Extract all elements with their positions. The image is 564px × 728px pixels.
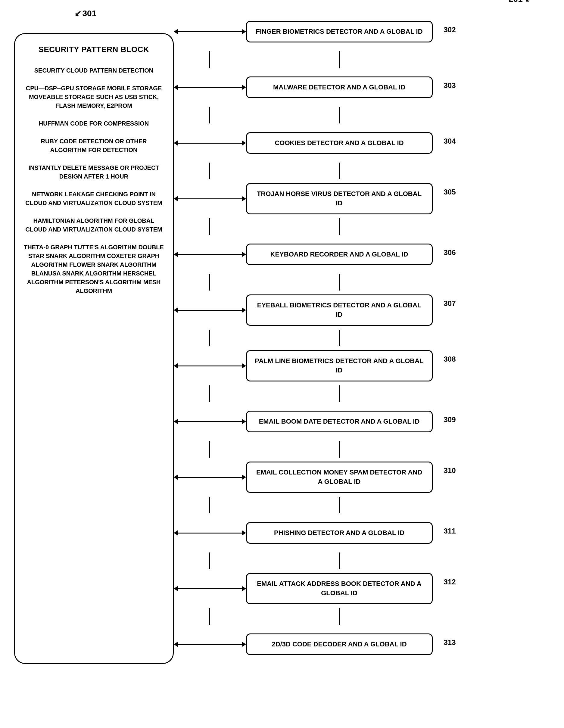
arrow-line-302 — [178, 31, 242, 32]
detector-box-308: PALM LINE BIOMETRICS DETECTOR AND A GLOB… — [246, 350, 433, 381]
arrow-left-307 — [174, 307, 178, 313]
detector-num-302: 302 — [444, 25, 456, 35]
det-block-311: PHISHING DETECTOR AND A GLOBAL ID311 — [246, 513, 433, 569]
det-block-308: PALM LINE BIOMETRICS DETECTOR AND A GLOB… — [246, 346, 433, 402]
det-block-303: MALWARE DETECTOR AND A GLOBAL ID303 — [246, 68, 433, 123]
vline-306 — [209, 274, 210, 291]
arrow-row-312 — [174, 569, 246, 608]
vline-303 — [209, 107, 210, 123]
mid-block-303 — [174, 68, 246, 123]
detector-box-303: MALWARE DETECTOR AND A GLOBAL ID303 — [246, 76, 433, 98]
arrow-line-310 — [178, 477, 242, 478]
arrow-line-303 — [178, 87, 242, 88]
mid-block-312 — [174, 569, 246, 625]
vline-307 — [209, 330, 210, 346]
arrow-left-311 — [174, 530, 178, 536]
vline-312 — [209, 608, 210, 625]
detector-num-308: 308 — [444, 354, 456, 364]
detector-box-310: EMAIL COLLECTION MONEY SPAM DETECTOR AND… — [246, 462, 433, 493]
mid-block-307 — [174, 291, 246, 346]
arrow-line-306 — [178, 254, 242, 255]
det-vline-304 — [339, 163, 340, 179]
det-vline-311 — [339, 552, 340, 569]
right-column: 201 ↙ FINGER BIOMETRICS DETECTOR AND A G… — [246, 12, 550, 664]
detector-box-307: EYEBALL BIOMETRICS DETECTOR AND A GLOBAL… — [246, 294, 433, 326]
arrow-right-310 — [242, 474, 246, 480]
detector-num-307: 307 — [444, 298, 456, 309]
left-item-huffman: HUFFMAN CODE FOR COMPRESSION — [23, 119, 164, 128]
label-301: ↙301 — [74, 8, 97, 18]
detector-box-306: KEYBOARD RECORDER AND A GLOBAL ID306 — [246, 244, 433, 266]
mid-block-302 — [174, 12, 246, 68]
detector-num-304: 304 — [444, 136, 456, 146]
mid-block-310 — [174, 458, 246, 513]
det-block-304: COOKIES DETECTOR AND A GLOBAL ID304 — [246, 123, 433, 179]
detector-num-305: 305 — [444, 187, 456, 197]
detector-num-311: 311 — [444, 526, 456, 536]
arrow-left-305 — [174, 196, 178, 201]
left-item-network: NETWORK LEAKAGE CHECKING POINT IN CLOUD … — [23, 190, 164, 207]
det-block-305: TROJAN HORSE VIRUS DETECTOR AND A GLOBAL… — [246, 179, 433, 235]
det-vline-310 — [339, 497, 340, 513]
detector-column: FINGER BIOMETRICS DETECTOR AND A GLOBAL … — [246, 12, 433, 664]
det-vline-307 — [339, 330, 340, 346]
arrow-line-312 — [178, 588, 242, 589]
det-block-313: 2D/3D CODE DECODER AND A GLOBAL ID313 — [246, 625, 433, 664]
arrow-line-305 — [178, 198, 242, 199]
arrow-row-307 — [174, 291, 246, 330]
vline-309 — [209, 441, 210, 458]
arrow-row-311 — [174, 513, 246, 552]
mid-block-311 — [174, 513, 246, 569]
arrow-row-308 — [174, 346, 246, 385]
arrow-left-310 — [174, 474, 178, 480]
arrow-left-303 — [174, 85, 178, 90]
detector-box-305: TROJAN HORSE VIRUS DETECTOR AND A GLOBAL… — [246, 183, 433, 214]
arrow-row-309 — [174, 402, 246, 441]
arrow-right-308 — [242, 363, 246, 369]
det-block-306: KEYBOARD RECORDER AND A GLOBAL ID306 — [246, 235, 433, 291]
arrow-line-307 — [178, 310, 242, 311]
detector-box-309: EMAIL BOOM DATE DETECTOR AND A GLOBAL ID… — [246, 411, 433, 433]
left-item-cloud-pattern: SECURITY CLOUD PATTERN DETECTION — [23, 66, 164, 75]
arrow-line-309 — [178, 421, 242, 422]
arrow-right-309 — [242, 419, 246, 424]
security-block: SECURITY PATTERN BLOCK SECURITY CLOUD PA… — [14, 33, 174, 664]
arrow-row-304 — [174, 123, 246, 163]
arrow-left-306 — [174, 252, 178, 257]
detector-box-304: COOKIES DETECTOR AND A GLOBAL ID304 — [246, 132, 433, 154]
arrow-left-309 — [174, 419, 178, 424]
detector-num-306: 306 — [444, 247, 456, 258]
detector-box-313: 2D/3D CODE DECODER AND A GLOBAL ID313 — [246, 633, 433, 655]
security-block-title: SECURITY PATTERN BLOCK — [23, 45, 164, 54]
vline-308 — [209, 385, 210, 402]
arrow-line-311 — [178, 533, 242, 534]
detector-box-311: PHISHING DETECTOR AND A GLOBAL ID311 — [246, 522, 433, 544]
det-block-307: EYEBALL BIOMETRICS DETECTOR AND A GLOBAL… — [246, 291, 433, 346]
vline-311 — [209, 552, 210, 569]
arrow-left-308 — [174, 363, 178, 369]
arrow-line-308 — [178, 366, 242, 366]
arrow-right-311 — [242, 530, 246, 536]
diagram: SECURITY PATTERN BLOCK SECURITY CLOUD PA… — [14, 12, 550, 664]
left-item-ruby: RUBY CODE DETECTION OR OTHER ALGORITHM F… — [23, 137, 164, 154]
left-item-instantly: INSTANTLY DELETE MESSAGE OR PROJECT DESI… — [23, 163, 164, 181]
arrow-right-313 — [242, 642, 246, 647]
arrow-row-310 — [174, 458, 246, 497]
mid-block-306 — [174, 235, 246, 291]
arrow-right-312 — [242, 586, 246, 591]
arrow-right-306 — [242, 252, 246, 257]
vline-304 — [209, 163, 210, 179]
det-block-309: EMAIL BOOM DATE DETECTOR AND A GLOBAL ID… — [246, 402, 433, 458]
arrow-left-302 — [174, 29, 178, 34]
left-item-hamiltonian: HAMILTONIAN ALGORITHM FOR GLOBAL CLOUD A… — [23, 216, 164, 234]
detector-num-313: 313 — [444, 637, 456, 648]
arrow-right-302 — [242, 29, 246, 34]
det-block-302: FINGER BIOMETRICS DETECTOR AND A GLOBAL … — [246, 12, 433, 68]
detector-num-310: 310 — [444, 465, 456, 476]
arrow-row-313 — [174, 625, 246, 664]
det-vline-306 — [339, 274, 340, 291]
arrow-right-307 — [242, 307, 246, 313]
arrow-left-304 — [174, 140, 178, 146]
det-vline-309 — [339, 441, 340, 458]
arrow-right-303 — [242, 85, 246, 90]
